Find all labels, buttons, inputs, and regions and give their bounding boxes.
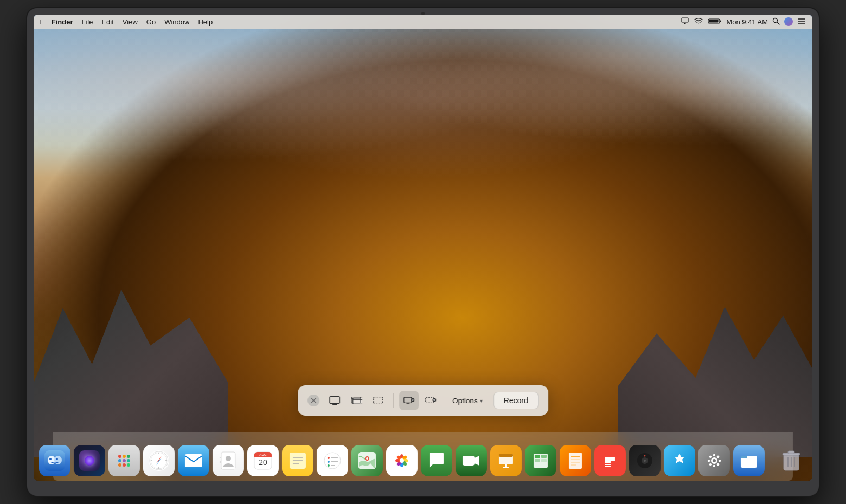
camera-dot — [421, 12, 425, 15]
svg-point-54 — [226, 456, 231, 461]
dock-icon-facetime[interactable] — [456, 445, 487, 476]
svg-line-5 — [777, 22, 780, 24]
screenshot-toolbar: Options ▾ Record — [298, 385, 548, 416]
svg-rect-25 — [426, 397, 433, 403]
svg-point-40 — [118, 463, 121, 467]
toolbar-close-button[interactable] — [307, 395, 319, 406]
svg-rect-19 — [404, 397, 412, 403]
svg-point-28 — [434, 399, 435, 400]
svg-text:20: 20 — [259, 458, 267, 467]
svg-rect-56 — [220, 461, 221, 463]
svg-point-34 — [118, 455, 121, 458]
svg-point-67 — [328, 457, 330, 459]
svg-rect-102 — [605, 463, 611, 464]
edit-menu[interactable]: Edit — [101, 18, 113, 26]
dock-icon-appstore[interactable] — [664, 445, 695, 476]
menubar:  Finder File Edit View Go Window Help — [34, 15, 812, 29]
svg-rect-87 — [499, 454, 513, 457]
record-selection-button[interactable] — [421, 391, 440, 410]
svg-point-33 — [56, 458, 58, 460]
dock: AUG 20 — [53, 432, 793, 481]
svg-point-84 — [400, 458, 404, 463]
svg-point-37 — [118, 459, 121, 462]
control-center-icon[interactable] — [797, 17, 806, 27]
dock-icon-photos[interactable] — [386, 445, 418, 476]
go-menu[interactable]: Go — [146, 18, 156, 26]
svg-point-42 — [127, 463, 130, 467]
record-button[interactable]: Record — [493, 392, 539, 409]
toolbar-divider-1 — [393, 393, 394, 408]
svg-rect-125 — [788, 451, 794, 454]
view-menu[interactable]: View — [123, 18, 138, 26]
siri-menubar-icon[interactable] — [784, 17, 793, 26]
svg-text:AUG: AUG — [259, 453, 267, 456]
svg-rect-18 — [374, 397, 383, 404]
dock-icon-launchpad[interactable] — [108, 445, 140, 476]
svg-point-69 — [328, 464, 330, 467]
menubar-right: Mon 9:41 AM — [681, 17, 806, 27]
window-menu[interactable]: Window — [164, 18, 189, 26]
svg-rect-11 — [330, 397, 339, 404]
dock-icon-music[interactable] — [629, 445, 661, 476]
dock-icon-numbers[interactable] — [525, 445, 556, 476]
cloud-layer — [34, 15, 812, 224]
dock-icon-finder[interactable] — [39, 445, 70, 476]
svg-rect-2 — [720, 20, 721, 22]
finder-menu[interactable]: Finder — [52, 18, 73, 26]
spotlight-icon[interactable] — [772, 17, 780, 27]
file-menu[interactable]: File — [81, 18, 93, 26]
dock-icon-siri[interactable] — [74, 445, 105, 476]
svg-rect-16 — [353, 398, 362, 404]
capture-window-button[interactable] — [347, 391, 366, 410]
dock-icon-calendar[interactable]: AUG 20 — [247, 445, 279, 476]
svg-rect-113 — [716, 463, 720, 466]
wifi-icon[interactable] — [694, 17, 703, 27]
battery-icon[interactable] — [708, 17, 722, 27]
svg-point-39 — [127, 459, 130, 462]
menubar-left:  Finder File Edit View Go Window Help — [40, 18, 213, 26]
help-menu[interactable]: Help — [198, 18, 213, 26]
dock-icon-news[interactable] — [594, 445, 626, 476]
dock-icon-notes[interactable] — [282, 445, 313, 476]
svg-rect-111 — [716, 455, 720, 458]
dock-icon-reminders[interactable] — [317, 445, 348, 476]
dock-icon-messages[interactable] — [421, 445, 452, 476]
capture-screen-button[interactable] — [325, 391, 344, 410]
svg-point-36 — [127, 455, 130, 458]
svg-rect-117 — [709, 455, 712, 458]
svg-rect-115 — [709, 463, 712, 466]
svg-rect-93 — [535, 459, 540, 462]
dock-icon-safari[interactable] — [143, 445, 175, 476]
svg-rect-0 — [682, 18, 688, 22]
record-label: Record — [504, 396, 528, 405]
dock-icon-contacts[interactable] — [213, 445, 244, 476]
svg-point-32 — [49, 458, 52, 460]
svg-rect-52 — [185, 454, 202, 467]
svg-rect-55 — [220, 457, 221, 458]
svg-rect-94 — [541, 459, 547, 462]
status-icons: Mon 9:41 AM — [681, 17, 806, 27]
svg-rect-91 — [535, 455, 540, 458]
menu-time: Mon 9:41 AM — [726, 18, 768, 26]
record-screen-button[interactable] — [399, 391, 419, 410]
dock-icon-keynote[interactable] — [490, 445, 522, 476]
svg-rect-92 — [541, 455, 547, 458]
capture-selection-button[interactable] — [368, 391, 388, 410]
svg-point-68 — [328, 461, 330, 463]
svg-point-38 — [123, 459, 126, 462]
dock-icon-system-prefs[interactable] — [698, 445, 730, 476]
svg-rect-112 — [719, 460, 721, 462]
airplay-icon[interactable] — [681, 17, 689, 27]
apple-menu[interactable]:  — [40, 18, 43, 26]
svg-point-75 — [366, 457, 368, 460]
dock-icon-trash[interactable] — [776, 445, 807, 476]
dock-icon-mail[interactable] — [178, 445, 209, 476]
options-button[interactable]: Options ▾ — [446, 393, 489, 408]
svg-rect-103 — [605, 465, 611, 466]
dock-icon-maps[interactable] — [351, 445, 383, 476]
dock-icon-pages[interactable] — [560, 445, 591, 476]
svg-rect-95 — [535, 463, 547, 467]
laptop-screen:  Finder File Edit View Go Window Help — [34, 15, 812, 481]
dock-icon-files[interactable] — [733, 445, 765, 476]
mountain-right — [618, 280, 812, 457]
